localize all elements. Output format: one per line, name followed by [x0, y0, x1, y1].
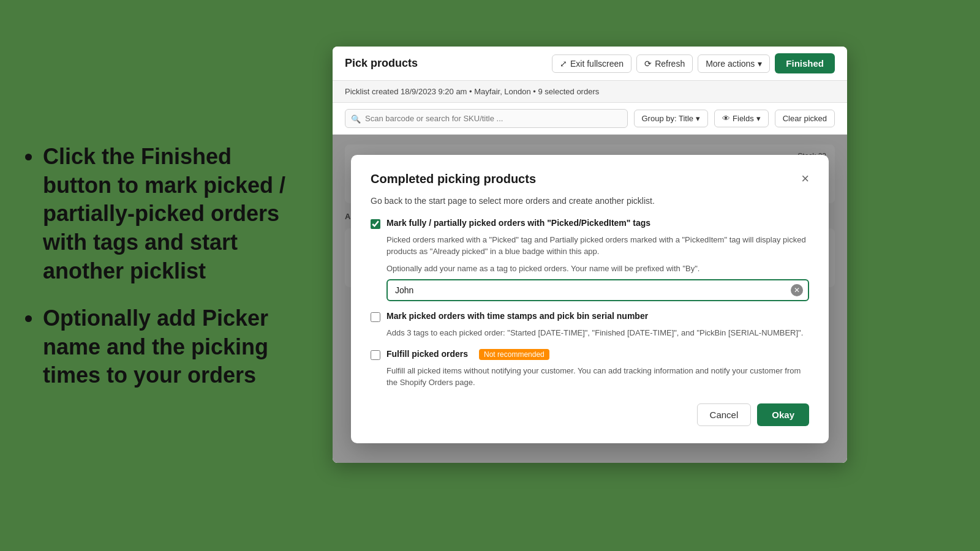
picklist-info-text: Picklist created 18/9/2023 9:20 am • May… [345, 87, 599, 96]
checkbox-fulfill[interactable] [371, 350, 380, 360]
not-recommended-badge: Not recommended [479, 349, 549, 360]
eye-icon: 👁 [722, 114, 730, 123]
modal-header: Completed picking products × [371, 172, 809, 186]
left-panel: Click the Finished button to mark picked… [0, 0, 318, 551]
picklist-info: Picklist created 18/9/2023 9:20 am • May… [333, 81, 847, 103]
checkbox-2-label: Mark picked orders with time stamps and … [386, 311, 648, 321]
cancel-button[interactable]: Cancel [697, 403, 752, 426]
finished-button[interactable]: Finished [775, 53, 835, 73]
checkbox-mark-picked[interactable] [371, 219, 380, 229]
fullscreen-icon: ⤢ [560, 59, 567, 69]
okay-button[interactable]: Okay [757, 403, 809, 426]
checkbox-group-2: Mark picked orders with time stamps and … [371, 311, 809, 339]
search-input[interactable] [345, 109, 628, 128]
checkbox-row-1: Mark fully / partially picked orders wit… [371, 218, 809, 229]
more-actions-button[interactable]: More actions ▾ [698, 54, 770, 73]
modal-footer: Cancel Okay [371, 403, 809, 426]
checkbox-timestamps[interactable] [371, 312, 380, 322]
group-by-label: Group by: Title [642, 114, 694, 123]
checkbox-1-label: Mark fully / partially picked orders wit… [386, 218, 650, 228]
chevron-down-icon: ▾ [758, 59, 762, 69]
fields-label: Fields [733, 114, 754, 123]
chevron-down-icon: ▾ [696, 114, 700, 123]
checkbox-row-2: Mark picked orders with time stamps and … [371, 311, 809, 322]
modal: Completed picking products × Go back to … [351, 155, 829, 443]
app-window: Pick products ⤢ Exit fullscreen ⟳ Refres… [333, 47, 847, 463]
checkbox-group-1: Mark fully / partially picked orders wit… [371, 218, 809, 302]
refresh-button[interactable]: ⟳ Refresh [636, 54, 693, 73]
refresh-label: Refresh [655, 59, 685, 69]
exit-fullscreen-button[interactable]: ⤢ Exit fullscreen [552, 54, 631, 73]
checkbox-group-3: Fulfill picked orders Not recommended Fu… [371, 349, 809, 389]
checkbox-row-3: Fulfill picked orders Not recommended [371, 349, 809, 360]
input-clear-button[interactable]: ✕ [791, 284, 803, 296]
search-icon: 🔍 [351, 114, 361, 123]
modal-title: Completed picking products [371, 172, 536, 186]
search-input-wrap: 🔍 [345, 109, 628, 128]
checkbox-2-desc: Adds 3 tags to each picked order: "Start… [386, 327, 809, 339]
checkbox-1-desc1: Picked orders marked with a "Picked" tag… [386, 234, 809, 258]
bullet-1: Click the Finished button to mark picked… [43, 143, 294, 286]
bullet-2: Optionally add Picker name and the picki… [43, 304, 294, 390]
name-input[interactable] [386, 279, 809, 301]
app-header: Pick products ⤢ Exit fullscreen ⟳ Refres… [333, 47, 847, 81]
clear-picked-label: Clear picked [783, 114, 827, 123]
modal-overlay: Completed picking products × Go back to … [333, 135, 847, 463]
chevron-down-icon: ▾ [756, 114, 761, 123]
exit-fullscreen-label: Exit fullscreen [570, 59, 624, 69]
checkbox-3-label: Fulfill picked orders [386, 349, 468, 359]
name-input-wrap: ✕ [386, 279, 809, 301]
fields-button[interactable]: 👁 Fields ▾ [714, 110, 769, 127]
group-by-button[interactable]: Group by: Title ▾ [634, 110, 709, 127]
content-area: 1 🦕 £11.99 TOY88 • 76418974 Order 6 #276… [333, 135, 847, 463]
checkbox-1-desc2: Optionally add your name as a tag to pic… [386, 263, 809, 275]
modal-subtitle: Go back to the start page to select more… [371, 196, 809, 206]
header-actions: ⤢ Exit fullscreen ⟳ Refresh More actions… [552, 53, 835, 73]
more-actions-label: More actions [706, 59, 755, 69]
toolbar: 🔍 Group by: Title ▾ 👁 Fields ▾ Clear pic… [333, 103, 847, 135]
clear-picked-button[interactable]: Clear picked [775, 110, 835, 127]
refresh-icon: ⟳ [644, 59, 652, 69]
checkbox-3-desc: Fulfill all picked items without notifyi… [386, 365, 809, 389]
modal-close-button[interactable]: × [801, 172, 809, 186]
app-title: Pick products [345, 57, 418, 70]
